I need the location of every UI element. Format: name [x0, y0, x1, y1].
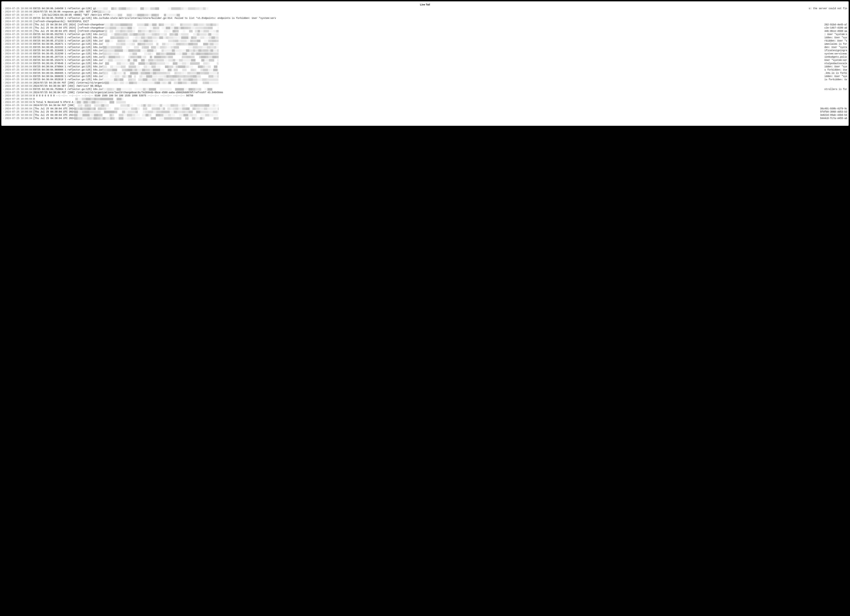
- log-line[interactable]: ›2024-07-25 10:00:04E0725 04:30:04.75286…: [3, 88, 847, 91]
- log-line[interactable]: ›2024-07-25 10:00:042024/07/25 04:30:04 …: [3, 84, 847, 88]
- log-message-tail: idden: User "sys: [824, 65, 847, 68]
- log-timestamp: 2024-07-25 10:00:05: [5, 16, 33, 20]
- log-line[interactable]: ›2024-07-25 10:00:05E0725 04:30:05.35267…: [3, 42, 847, 46]
- log-timestamp: 2024-07-25 10:00:04: [5, 65, 33, 68]
- expand-chevron-icon[interactable]: ›: [3, 33, 5, 36]
- log-message-wrap: % Total % Received % Xferd A: [33, 101, 847, 104]
- log-message-tail: ificatesigningre: [824, 49, 847, 52]
- log-timestamp: 2024-07-25 10:00:04: [5, 72, 33, 75]
- expand-chevron-icon[interactable]: ›: [3, 23, 5, 26]
- log-line[interactable]: ›2024-07-25 10:00:04[Thu Jul 25 04:30:04…: [3, 114, 847, 117]
- log-line[interactable]: ›2024-07-25 10:00:05E0725 04:30:05.32215…: [3, 46, 847, 49]
- expand-chevron-icon[interactable]: ›: [3, 26, 5, 30]
- expand-chevron-icon[interactable]: ›: [3, 107, 5, 110]
- expand-chevron-icon[interactable]: ›: [3, 110, 5, 114]
- expand-chevron-icon[interactable]: ›: [3, 97, 5, 101]
- log-message-wrap: D: [33, 97, 847, 101]
- log-line[interactable]: ›2024-07-25 10:00:05[Thu Jul 25 04:30:04…: [3, 30, 847, 33]
- log-timestamp: 2024-07-25 10:00:05: [5, 26, 33, 30]
- log-line[interactable]: ›2024-07-25 10:00:04E0725 04:30:04.97096…: [3, 65, 847, 68]
- log-line[interactable]: ›2024-07-25 10:00:05[Thu Jul 25 04:30:04…: [3, 23, 847, 26]
- log-line[interactable]: ›2024-07-25 10:00:04 0 0 0 0 0 0 0 0 --:…: [3, 94, 847, 97]
- log-line[interactable]: ›2024-07-25 10:00:05E0725 04:30:05.76155…: [3, 16, 847, 20]
- log-message-tail: 202-91bd-4e45-a7: [824, 23, 847, 26]
- log-line[interactable]: ›2024-07-25 10:00:05[Thu Jul 25 04:30:04…: [3, 26, 847, 30]
- log-message-tail: rbidden: User "s: [824, 39, 847, 42]
- expand-chevron-icon[interactable]: ›: [3, 39, 5, 42]
- log-message: E0725 04:30:05.313290 1 reflector.go:125…: [33, 52, 108, 55]
- log-line[interactable]: ›2024-07-25 10:00:04 D: [3, 97, 847, 101]
- expand-chevron-icon[interactable]: ›: [3, 10, 5, 13]
- expand-chevron-icon[interactable]: ›: [3, 55, 5, 59]
- log-line[interactable]: ›2024-07-25 10:00:062024/07/25 04:30:06 …: [3, 10, 847, 13]
- expand-chevron-icon[interactable]: ›: [3, 16, 5, 20]
- expand-chevron-icon[interactable]: ›: [3, 20, 5, 23]
- expand-chevron-icon[interactable]: ›: [3, 68, 5, 72]
- expand-chevron-icon[interactable]: ›: [3, 13, 5, 16]
- expand-chevron-icon[interactable]: ›: [3, 75, 5, 78]
- log-line[interactable]: ›2024-07-25 10:00:042024/07/25 04:30:04 …: [3, 81, 847, 84]
- expand-chevron-icon[interactable]: ›: [3, 94, 5, 97]
- log-list[interactable]: ›2024-07-25 10:00:06E0725 04:30:06.14645…: [1, 7, 849, 121]
- expand-chevron-icon[interactable]: ›: [3, 101, 5, 104]
- expand-chevron-icon[interactable]: ›: [3, 91, 5, 94]
- log-message-wrap: 2024/07/25 04:30:04 GET [404] /metrics? …: [33, 84, 847, 88]
- log-message: 2024/07/25 04:30:04 GET [404] /metrics? …: [33, 84, 102, 88]
- log-message: E0725 04:30:05.371233 1 reflector.go:125…: [33, 39, 108, 42]
- expand-chevron-icon[interactable]: ›: [3, 7, 5, 10]
- log-line[interactable]: ›2024-07-25 10:00:042024/07/25 04:30:04 …: [3, 91, 847, 94]
- redacted-region: [74, 114, 218, 117]
- log-message-wrap: E0725 04:30:04.966039 1 reflector.go:125…: [33, 75, 847, 78]
- expand-chevron-icon[interactable]: ›: [3, 104, 5, 107]
- log-message: E0725 04:30:05.319469 1 reflector.go:125…: [33, 49, 108, 52]
- log-timestamp: 2024-07-25 10:00:05: [5, 33, 33, 36]
- log-message-wrap: 2024/07/25 04:30:04 PUT [200] /internal/…: [33, 81, 847, 84]
- expand-chevron-icon[interactable]: ›: [3, 36, 5, 39]
- expand-chevron-icon[interactable]: ›: [3, 46, 5, 49]
- expand-chevron-icon[interactable]: ›: [3, 84, 5, 88]
- expand-chevron-icon[interactable]: ›: [3, 72, 5, 75]
- log-line[interactable]: ›2024-07-25 10:00:042024/07/25 04:30:04 …: [3, 104, 847, 107]
- expand-chevron-icon[interactable]: ›: [3, 42, 5, 46]
- log-line[interactable]: ›2024-07-25 10:00:04E0725 04:30:04.97464…: [3, 62, 847, 65]
- log-line[interactable]: ›2024-07-25 10:00:04E0725 04:30:04.95281…: [3, 78, 847, 81]
- expand-chevron-icon[interactable]: ›: [3, 52, 5, 55]
- log-message-wrap: E0725 04:30:05.297724 1 reflector.go:125…: [33, 55, 847, 59]
- log-line[interactable]: ›2024-07-25 10:00:05E0725 04:30:05.37442…: [3, 36, 847, 39]
- redacted-region: [105, 24, 218, 26]
- log-message: 2024/07/25 04:30:04 PUT [200] /internal/…: [33, 81, 116, 84]
- log-message-wrap: E0725 04:30:04.974646 1 reflector.go:125…: [33, 62, 847, 65]
- log-message-wrap: - - - [25/Jul/2024:04:30:05 +0000] "GET …: [33, 13, 847, 16]
- log-line[interactable]: ›2024-07-25 10:00:05E0725 04:30:05.31946…: [3, 49, 847, 52]
- log-message-tail: 9444c0-fc7a-4455-a6: [820, 117, 847, 120]
- log-line[interactable]: ›2024-07-25 10:00:05E0725 04:30:05.55276…: [3, 33, 847, 36]
- log-line[interactable]: ›2024-07-25 10:00:06E0725 04:30:06.14645…: [3, 7, 847, 10]
- expand-chevron-icon[interactable]: ›: [3, 49, 5, 52]
- expand-chevron-icon[interactable]: ›: [3, 65, 5, 68]
- log-line[interactable]: ›2024-07-25 10:00:04 % Total % Received …: [3, 101, 847, 104]
- log-timestamp: 2024-07-25 10:00:05: [5, 49, 33, 52]
- log-line[interactable]: ›2024-07-25 10:00:05- - - [25/Jul/2024:0…: [3, 13, 847, 16]
- redacted-region: [103, 40, 218, 42]
- log-line[interactable]: ›2024-07-25 10:00:05[refresh-changeboard…: [3, 20, 847, 23]
- expand-chevron-icon[interactable]: ›: [3, 88, 5, 91]
- log-line[interactable]: ›2024-07-25 10:00:05E0725 04:30:05.31329…: [3, 52, 847, 55]
- expand-chevron-icon[interactable]: ›: [3, 30, 5, 33]
- log-line[interactable]: ›2024-07-25 10:00:04E0725 04:30:04.96603…: [3, 75, 847, 78]
- expand-chevron-icon[interactable]: ›: [3, 117, 5, 120]
- expand-chevron-icon[interactable]: ›: [3, 81, 5, 84]
- expand-chevron-icon[interactable]: ›: [3, 78, 5, 81]
- log-line[interactable]: ›2024-07-25 10:00:04[Thu Jul 25 04:30:04…: [3, 107, 847, 110]
- expand-chevron-icon[interactable]: ›: [3, 114, 5, 117]
- log-line[interactable]: ›2024-07-25 10:00:04E0725 04:30:04.96846…: [3, 72, 847, 75]
- expand-chevron-icon[interactable]: ›: [3, 62, 5, 65]
- redacted-region: [74, 117, 218, 120]
- log-line[interactable]: ›2024-07-25 10:00:04[Thu Jul 25 04:30:04…: [3, 110, 847, 114]
- expand-chevron-icon[interactable]: ›: [3, 59, 5, 62]
- log-line[interactable]: ›2024-07-25 10:00:05E0725 04:30:05.37123…: [3, 39, 847, 42]
- log-line[interactable]: ›2024-07-25 10:00:05E0725 04:30:05.15247…: [3, 59, 847, 62]
- log-timestamp: 2024-07-25 10:00:04: [5, 78, 33, 81]
- log-line[interactable]: ›2024-07-25 10:00:05E0725 04:30:05.29772…: [3, 55, 847, 59]
- log-line[interactable]: ›2024-07-25 10:00:04[Thu Jul 25 04:30:04…: [3, 117, 847, 120]
- log-line[interactable]: ›2024-07-25 10:00:04E0725 04:30:04.96990…: [3, 68, 847, 72]
